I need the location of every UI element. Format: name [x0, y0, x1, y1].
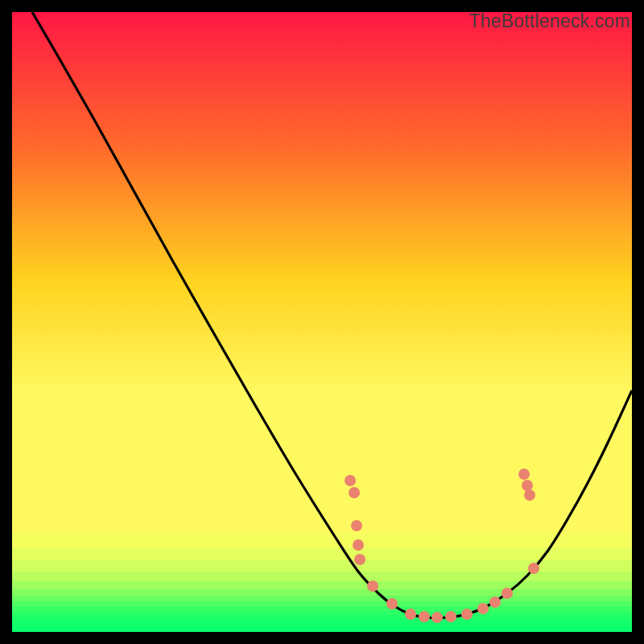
bottleneck-curve-chart [12, 12, 632, 632]
gradient-bands-lower [12, 499, 632, 632]
data-point [419, 611, 430, 622]
gradient-band [12, 611, 632, 615]
gradient-band [12, 601, 632, 606]
watermark-text: TheBottleneck.com [469, 10, 630, 32]
gradient-band [12, 623, 632, 627]
data-point [386, 598, 398, 609]
gradient-band [12, 547, 632, 560]
gradient-band [12, 596, 632, 601]
chart-frame: TheBottleneck.com [12, 12, 632, 632]
gradient-band [12, 517, 632, 533]
data-point [354, 554, 365, 565]
gradient-band [12, 533, 632, 547]
gradient-band [12, 627, 632, 632]
gradient-band [12, 615, 632, 619]
data-point [349, 487, 360, 498]
gradient-band [12, 572, 632, 581]
data-point [518, 469, 530, 480]
gradient-background-upper [12, 12, 632, 499]
gradient-band [12, 619, 632, 623]
data-point [528, 563, 539, 574]
data-point [502, 588, 513, 599]
data-point [461, 609, 473, 620]
gradient-band [12, 581, 632, 589]
data-point [405, 609, 416, 620]
data-point [489, 597, 501, 608]
data-point [522, 480, 533, 491]
data-point [351, 520, 362, 531]
data-point [477, 603, 489, 614]
data-point [445, 611, 456, 622]
gradient-band [12, 606, 632, 611]
gradient-band [12, 589, 632, 596]
data-point [524, 489, 535, 501]
data-point [431, 612, 443, 623]
data-point [345, 475, 356, 486]
data-point [353, 539, 364, 551]
data-point [367, 580, 378, 592]
